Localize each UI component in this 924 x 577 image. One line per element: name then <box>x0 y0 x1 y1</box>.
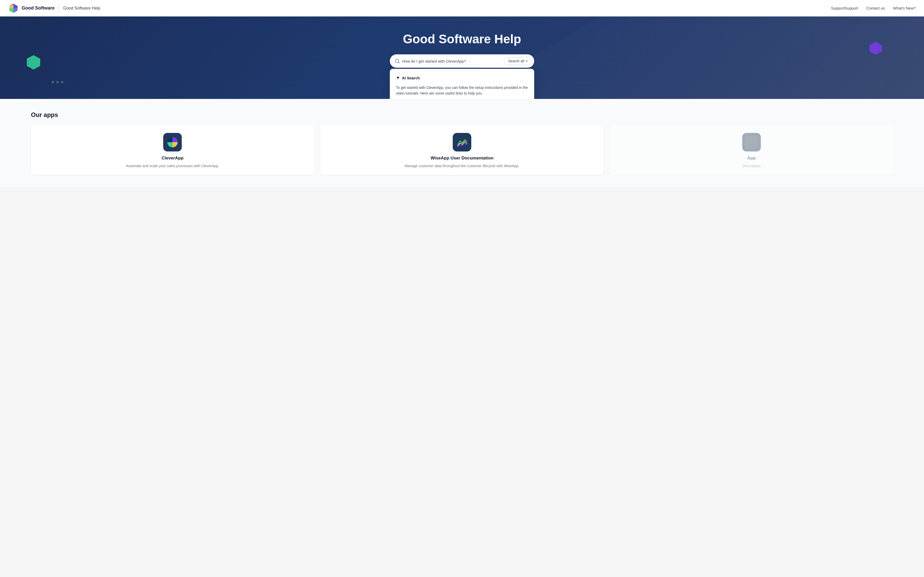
cleverapp-name: CleverApp <box>162 156 184 161</box>
nav-support-link[interactable]: SupportSupport <box>831 6 858 10</box>
deco-dots <box>52 81 63 84</box>
hero-title: Good Software Help <box>403 32 521 46</box>
brand-name: Good Software <box>22 5 55 11</box>
ai-intro-text: To get started with CleverApp, you can f… <box>396 85 528 96</box>
cleverapp-icon <box>163 133 182 152</box>
apps-grid: CleverApp Automate and scale your sales … <box>31 125 893 175</box>
logo-icon <box>8 3 19 13</box>
nav-whatsnew-link[interactable]: What's New? <box>893 6 916 10</box>
ai-header: ✦ AI Search <box>396 75 528 81</box>
chevron-down-icon <box>526 61 528 62</box>
search-input[interactable] <box>402 59 504 63</box>
deco-hexagon-right <box>869 41 883 55</box>
placeholder-desc: Description <box>743 163 761 169</box>
search-icon <box>395 59 400 63</box>
deco-hexagon-left <box>26 55 41 70</box>
app-card-placeholder[interactable]: App Description <box>610 125 893 175</box>
nav-divider <box>59 5 59 12</box>
placeholder-icon <box>742 133 761 152</box>
nav-links: SupportSupport Contact us What's New? <box>831 6 916 10</box>
search-container: Search all ✦ AI Search To get started wi… <box>390 54 534 68</box>
svg-rect-15 <box>745 136 758 148</box>
nav-contact-link[interactable]: Contact us <box>866 6 885 10</box>
wiseapp-name: WiseApp User Documentation <box>431 156 493 161</box>
ai-sparkle-icon: ✦ <box>396 75 400 81</box>
svg-marker-6 <box>27 55 40 69</box>
cleverapp-desc: Automate and scale your sales processes … <box>126 163 219 169</box>
brand-link[interactable]: Good Software <box>8 3 55 13</box>
svg-marker-5 <box>13 8 18 13</box>
section-title: Our apps <box>31 111 893 118</box>
svg-marker-7 <box>869 42 882 55</box>
svg-line-9 <box>398 62 399 63</box>
app-card-cleverapp[interactable]: CleverApp Automate and scale your sales … <box>31 125 314 175</box>
nav-help-title: Good Software Help <box>63 6 100 11</box>
search-bar: Search all <box>390 54 534 68</box>
svg-marker-4 <box>9 8 13 13</box>
main-content: Our apps CleverApp Automate and <box>0 99 924 187</box>
wiseapp-icon <box>453 133 471 152</box>
ai-search-dropdown: ✦ AI Search To get started with CleverAp… <box>390 69 534 99</box>
hero-section: Good Software Help Search all ✦ AI Searc… <box>0 16 924 99</box>
app-card-wiseapp[interactable]: WiseApp User Documentation Manage custom… <box>320 125 604 175</box>
placeholder-name: App <box>747 156 756 161</box>
navbar: Good Software Good Software Help Support… <box>0 0 924 16</box>
wiseapp-desc: Manage customer data throughout the cust… <box>404 163 519 169</box>
search-all-button[interactable]: Search all <box>504 57 532 65</box>
ai-search-label: AI Search <box>402 76 420 80</box>
